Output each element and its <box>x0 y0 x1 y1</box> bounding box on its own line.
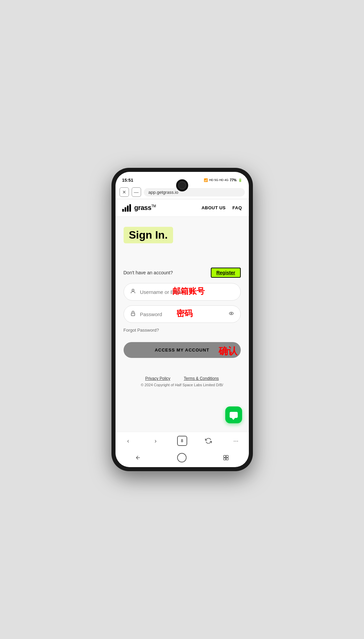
password-input[interactable] <box>140 311 224 317</box>
sign-in-text: Sign In. <box>129 229 168 241</box>
browser-reload-button[interactable] <box>202 435 214 447</box>
svg-point-4 <box>132 289 134 291</box>
footer-copyright: © 2024 Copyright of Half Space Labs Limi… <box>122 383 242 387</box>
svg-rect-10 <box>224 458 226 460</box>
battery-indicator: 77% <box>230 178 236 182</box>
no-account-text: Don't have an account? <box>124 270 173 275</box>
signal-text: HD 5G HD 4G <box>209 178 229 182</box>
browser-forward-button[interactable]: › <box>150 435 162 447</box>
forgot-password-link[interactable]: Forgot Password? <box>124 328 241 333</box>
svg-rect-0 <box>122 209 124 212</box>
access-btn-wrapper: ACCESS MY ACCOUNT 确认 <box>124 342 241 366</box>
back-gesture[interactable] <box>132 452 144 464</box>
username-field[interactable] <box>124 283 241 301</box>
browser-minimize-button[interactable]: — <box>132 187 141 197</box>
password-field-wrapper: 密码 <box>124 305 241 323</box>
account-row: Don't have an account? Register <box>124 268 241 278</box>
chat-button[interactable] <box>225 406 242 423</box>
footer-links: Privacy Policy Terms & Conditions <box>122 376 242 381</box>
status-icons: 📶 HD 5G HD 4G 77% 🔋 <box>204 178 242 182</box>
recents-button[interactable] <box>220 452 232 464</box>
privacy-policy-link[interactable]: Privacy Policy <box>145 376 170 381</box>
footer: Privacy Policy Terms & Conditions © 2024… <box>115 373 249 392</box>
nav-logo: grassTM <box>122 204 156 212</box>
about-us-link[interactable]: ABOUT US <box>201 205 226 210</box>
svg-rect-5 <box>131 313 135 316</box>
svg-rect-8 <box>224 455 226 457</box>
tab-count-button[interactable]: 8 <box>177 436 187 446</box>
browser-back-button[interactable]: ‹ <box>122 435 134 447</box>
logo-tm: TM <box>151 204 156 208</box>
camera-notch <box>176 179 188 191</box>
svg-rect-9 <box>226 455 228 457</box>
browser-close-button[interactable]: ✕ <box>120 187 129 197</box>
password-field[interactable] <box>124 305 241 323</box>
battery-icon: 🔋 <box>238 178 242 182</box>
user-icon <box>130 288 136 296</box>
register-button[interactable]: Register <box>211 268 240 278</box>
logo-text: grassTM <box>134 204 156 212</box>
svg-point-7 <box>231 313 232 314</box>
browser-url-bar[interactable]: app.getgrass.io <box>144 188 245 196</box>
home-button[interactable] <box>177 453 187 462</box>
svg-rect-3 <box>129 204 131 212</box>
svg-rect-1 <box>125 207 126 212</box>
terms-conditions-link[interactable]: Terms & Conditions <box>184 376 219 381</box>
username-field-wrapper: 邮箱账号 <box>124 283 241 301</box>
network-icon: 📶 <box>204 178 208 182</box>
home-bar <box>115 450 249 467</box>
username-input[interactable] <box>140 289 234 295</box>
status-time: 15:51 <box>122 178 133 183</box>
toggle-password-icon[interactable] <box>228 310 234 318</box>
svg-point-6 <box>229 312 233 315</box>
browser-menu-button[interactable]: ··· <box>230 435 242 447</box>
chat-icon <box>230 412 238 418</box>
lock-icon <box>130 310 136 318</box>
logo-icon <box>122 204 132 212</box>
navbar: grassTM ABOUT US FAQ <box>115 199 249 217</box>
svg-rect-11 <box>226 458 228 460</box>
access-button[interactable]: ACCESS MY ACCOUNT <box>124 342 241 358</box>
sign-in-label: Sign In. <box>124 227 173 243</box>
svg-rect-2 <box>127 206 129 212</box>
main-content: Sign In. Don't have an account? Register <box>115 217 249 373</box>
faq-link[interactable]: FAQ <box>232 205 242 210</box>
browser-bottom-bar: ‹ › 8 ··· <box>115 432 249 450</box>
page-content: grassTM ABOUT US FAQ Sign In. <box>115 199 249 432</box>
nav-links: ABOUT US FAQ <box>201 205 242 210</box>
